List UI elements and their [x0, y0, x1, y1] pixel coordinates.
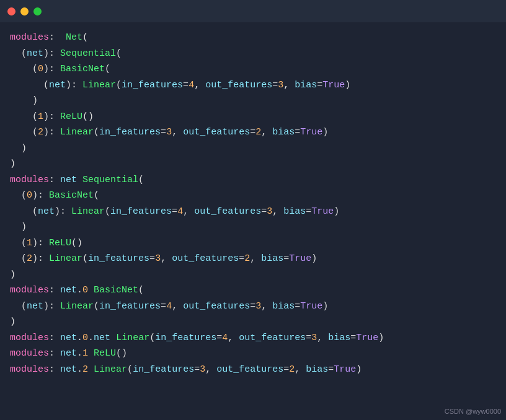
- watermark: CSDN @wyw0000: [445, 408, 501, 415]
- code-line: (net): Sequential(: [10, 46, 496, 62]
- code-line: (net): Linear(in_features=4, out_feature…: [10, 299, 496, 315]
- code-line: (2): Linear(in_features=3, out_features=…: [10, 125, 496, 141]
- minimize-button[interactable]: [20, 7, 29, 15]
- code-line: ): [10, 141, 496, 157]
- code-line: (0): BasicNet(: [10, 61, 496, 77]
- code-line: ): [10, 314, 496, 330]
- code-line: (2): Linear(in_features=3, out_features=…: [10, 251, 496, 267]
- code-line: (0): BasicNet(: [10, 188, 496, 204]
- code-line: modules: net.2 Linear(in_features=3, out…: [10, 362, 496, 378]
- code-area: modules: Net( (net): Sequential( (0): Ba…: [0, 22, 506, 385]
- code-line: modules: Net(: [10, 30, 496, 46]
- code-line: (net): Linear(in_features=4, out_feature…: [10, 204, 496, 220]
- maximize-button[interactable]: [33, 7, 42, 15]
- close-button[interactable]: [7, 7, 16, 15]
- code-line: (net): Linear(in_features=4, out_feature…: [10, 77, 496, 94]
- code-line: ): [10, 93, 496, 109]
- code-line: ): [10, 156, 496, 172]
- code-line: ): [10, 219, 496, 235]
- code-line: (1): ReLU(): [10, 109, 496, 125]
- code-line: (1): ReLU(): [10, 235, 496, 252]
- code-line: modules: net.1 ReLU(): [10, 346, 496, 362]
- code-line: modules: net.0 BasicNet(: [10, 282, 496, 299]
- window: modules: Net( (net): Sequential( (0): Ba…: [0, 0, 506, 420]
- code-line: ): [10, 267, 496, 283]
- code-line: modules: net.0.net Linear(in_features=4,…: [10, 330, 496, 346]
- code-line: modules: net Sequential(: [10, 172, 496, 188]
- title-bar: [0, 0, 506, 22]
